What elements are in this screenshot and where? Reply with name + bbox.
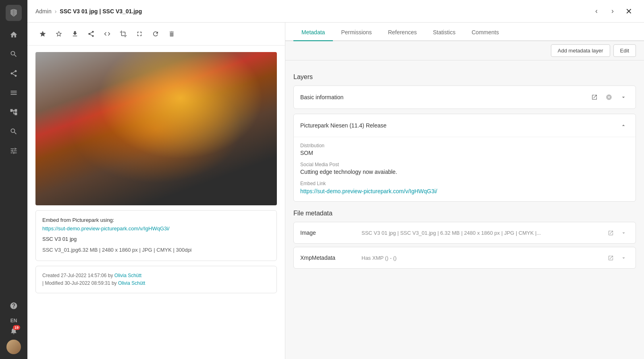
- file-meta-image-actions: [605, 227, 629, 238]
- right-panel: Metadata Permissions References Statisti…: [285, 23, 644, 359]
- file-meta-image-open-icon[interactable]: [605, 227, 616, 238]
- file-meta-image-value: SSC V3 01 jpg | SSC V3_01.jpg | 6.32 MB …: [361, 230, 600, 236]
- layer-basic-title: Basic information: [300, 94, 589, 100]
- user-avatar[interactable]: [6, 340, 21, 354]
- page-header: Admin › SSC V3 01 jpg | SSC V3_01.jpg ‹ …: [27, 0, 644, 23]
- layer-basic-open-icon[interactable]: [589, 92, 600, 103]
- tab-permissions[interactable]: Permissions: [333, 23, 380, 41]
- metadata-action-bar: Add metadata layer Edit: [285, 41, 644, 61]
- field-distribution: Distribution SOM: [300, 143, 629, 156]
- layers-section: Layers Basic information: [293, 73, 636, 202]
- field-social-media: Social Media Post Cutting edge technolog…: [300, 162, 629, 175]
- meta-info-card: Created 27-Jul-2022 14:57:06 by Olivia S…: [35, 266, 277, 293]
- layer-picturepark-body: Distribution SOM Social Media Post Cutti…: [294, 137, 636, 201]
- file-metadata-section: File metadata Image SSC V3 01 jpg | SSC …: [293, 210, 636, 269]
- notification-bell[interactable]: 19: [10, 327, 18, 336]
- asset-image: [35, 52, 277, 205]
- field-embed-link: Embed Link https://sut-demo.preview-pict…: [300, 181, 629, 195]
- field-embed-link-label: Embed Link: [300, 181, 629, 186]
- field-social-media-label: Social Media Post: [300, 162, 629, 167]
- asset-toolbar: [27, 23, 285, 46]
- sidebar-item-home[interactable]: [5, 26, 23, 44]
- file-meta-xmp-chevron-icon[interactable]: [618, 252, 629, 263]
- fullscreen-button[interactable]: [132, 27, 147, 41]
- sidebar: EN 19: [0, 0, 27, 359]
- file-meta-xmp-value: Has XMP () - (): [361, 255, 600, 261]
- field-distribution-label: Distribution: [300, 143, 629, 148]
- share-button[interactable]: [84, 27, 98, 41]
- tab-references[interactable]: References: [380, 23, 425, 41]
- breadcrumb-root: Admin: [35, 8, 52, 15]
- main-panel: Admin › SSC V3 01 jpg | SSC V3_01.jpg ‹ …: [27, 0, 644, 359]
- sidebar-bottom: EN 19: [5, 297, 23, 354]
- embed-label: Embed from Picturepark using:: [42, 217, 270, 223]
- sidebar-item-filter[interactable]: [5, 142, 23, 160]
- field-social-media-value: Cutting edge technology now avaiable.: [300, 169, 629, 175]
- created-user-link[interactable]: Olivia Schütt: [114, 273, 141, 278]
- sidebar-item-list[interactable]: [5, 84, 23, 102]
- metadata-content: Layers Basic information: [285, 67, 644, 359]
- tab-statistics[interactable]: Statistics: [425, 23, 463, 41]
- language-selector[interactable]: EN: [10, 318, 17, 324]
- tab-metadata[interactable]: Metadata: [293, 23, 333, 41]
- layer-basic-chevron-icon[interactable]: [618, 92, 629, 103]
- layer-basic-actions: [589, 92, 629, 103]
- sidebar-item-search[interactable]: [5, 45, 23, 63]
- delete-button[interactable]: [164, 27, 179, 41]
- add-metadata-layer-button[interactable]: Add metadata layer: [551, 44, 610, 57]
- file-meta-image-row: Image SSC V3 01 jpg | SSC V3_01.jpg | 6.…: [293, 222, 636, 244]
- file-name-1: SSC V3 01 jpg: [42, 236, 270, 242]
- file-meta-xmp-key: XmpMetadata: [300, 255, 357, 261]
- sidebar-item-magnify[interactable]: [5, 123, 23, 140]
- prev-button[interactable]: ‹: [589, 4, 604, 19]
- layers-title: Layers: [293, 73, 636, 81]
- edit-button[interactable]: Edit: [613, 44, 636, 57]
- close-button[interactable]: ✕: [621, 4, 636, 19]
- asset-image-container: [27, 46, 285, 205]
- field-embed-link-value[interactable]: https://sut-demo.preview-picturepark.com…: [300, 188, 437, 194]
- notification-count: 19: [13, 325, 20, 330]
- breadcrumb-current: SSC V3 01 jpg | SSC V3_01.jpg: [60, 8, 142, 15]
- app-logo: [6, 5, 22, 21]
- file-metadata-title: File metadata: [293, 210, 636, 217]
- star-add-button[interactable]: [52, 27, 66, 41]
- refresh-button[interactable]: [148, 27, 163, 41]
- left-panel: Embed from Picturepark using: https://su…: [27, 23, 285, 359]
- layer-picturepark-title: Picturepark Niesen (11.4) Release: [300, 122, 618, 129]
- file-meta-image-chevron-icon[interactable]: [618, 227, 629, 238]
- modified-user-link[interactable]: Olivia Schütt: [118, 280, 145, 286]
- layer-picturepark-chevron-up-icon[interactable]: [618, 120, 629, 131]
- file-meta-image-key: Image: [300, 230, 357, 236]
- embed-url[interactable]: https://sut-demo.preview-picturepark.com…: [42, 225, 170, 232]
- layer-picturepark: Picturepark Niesen (11.4) Release Distri…: [293, 114, 636, 202]
- next-button[interactable]: ›: [605, 4, 620, 19]
- sidebar-item-share[interactable]: [5, 65, 23, 82]
- sidebar-item-help[interactable]: [5, 297, 23, 315]
- embed-info-card: Embed from Picturepark using: https://su…: [35, 210, 277, 261]
- crop-button[interactable]: [116, 27, 131, 41]
- layer-basic-header[interactable]: Basic information: [294, 86, 636, 109]
- breadcrumb: Admin › SSC V3 01 jpg | SSC V3_01.jpg: [35, 8, 142, 15]
- modified-info: | Modified 30-Jul-2022 08:59:31 by Olivi…: [42, 280, 270, 287]
- header-navigation: ‹ › ✕: [589, 4, 636, 19]
- file-meta-xmp-open-icon[interactable]: [605, 252, 616, 263]
- layer-basic-remove-icon[interactable]: [603, 92, 615, 103]
- file-details: SSC V3_01.jpg6.32 MB | 2480 x 1860 px | …: [42, 246, 270, 254]
- star-button[interactable]: [35, 27, 50, 41]
- embed-button[interactable]: [100, 27, 114, 41]
- layer-picturepark-header[interactable]: Picturepark Niesen (11.4) Release: [294, 114, 636, 137]
- layer-basic-information: Basic information: [293, 86, 636, 109]
- breadcrumb-separator: ›: [55, 8, 57, 15]
- file-meta-xmp-row: XmpMetadata Has XMP () - (): [293, 247, 636, 269]
- sidebar-item-structure[interactable]: [5, 103, 23, 121]
- created-info: Created 27-Jul-2022 14:57:06 by Olivia S…: [42, 272, 270, 280]
- content-area: Embed from Picturepark using: https://su…: [27, 23, 644, 359]
- field-distribution-value: SOM: [300, 150, 629, 156]
- download-button[interactable]: [68, 27, 82, 41]
- tab-comments[interactable]: Comments: [463, 23, 507, 41]
- file-meta-xmp-actions: [605, 252, 629, 263]
- detail-tabs: Metadata Permissions References Statisti…: [285, 23, 644, 41]
- layer-picturepark-actions: [618, 120, 629, 131]
